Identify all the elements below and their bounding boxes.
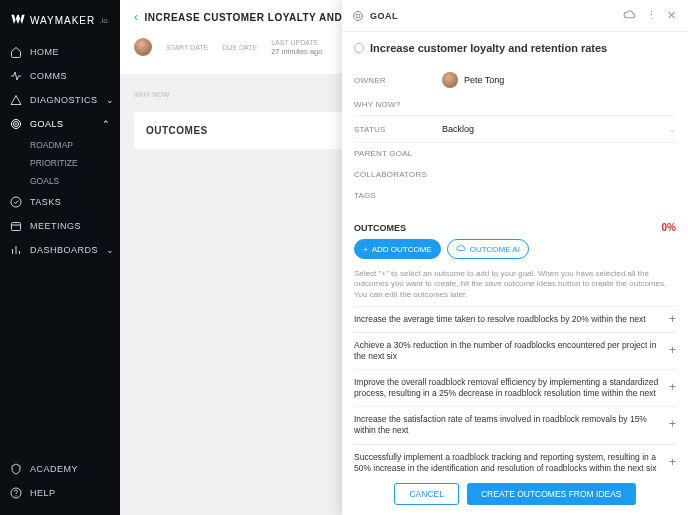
shield-icon <box>10 463 22 475</box>
panel-header-title: GOAL <box>370 11 615 21</box>
nav-home-label: HOME <box>30 47 59 57</box>
cancel-button[interactable]: CANCEL <box>394 483 458 505</box>
owner-row: OWNER Pete Tong <box>354 66 676 94</box>
outcome-suggestion: Improve the overall roadblock removal ef… <box>354 370 676 407</box>
target-icon <box>352 10 364 22</box>
outcomes-heading: OUTCOMES <box>146 125 208 136</box>
check-circle-icon <box>10 196 22 208</box>
brand-suffix: .io <box>99 16 107 25</box>
outcome-text: Improve the overall roadblock removal ef… <box>354 377 658 398</box>
more-icon[interactable]: ⋮ <box>644 9 659 22</box>
collaborators-row[interactable]: COLLABORATORS <box>354 164 676 185</box>
goal-title: Increase customer loyalty and retention … <box>370 42 607 54</box>
tags-row[interactable]: TAGS <box>354 185 676 206</box>
bars-icon <box>10 244 22 256</box>
add-icon[interactable]: + <box>669 418 676 434</box>
outcomes-help-text: Select "+" to select an outcome to add t… <box>354 269 676 300</box>
nav-home[interactable]: HOME <box>0 40 120 64</box>
nav-goals[interactable]: GOALS ⌃ <box>0 112 120 136</box>
avatar <box>134 38 152 56</box>
parent-goal-label: PARENT GOAL <box>354 149 442 158</box>
nav-tasks-label: TASKS <box>30 197 61 207</box>
status-row[interactable]: STATUS Backlog ⌄ <box>354 115 676 143</box>
outcome-text: Successfully implement a roadblock track… <box>354 452 656 473</box>
owner-label: OWNER <box>354 76 442 85</box>
outcome-suggestion: Successfully implement a roadblock track… <box>354 445 676 474</box>
svg-point-11 <box>354 11 363 20</box>
nav-sub-goals[interactable]: GOALS <box>0 172 120 190</box>
outcome-text: Achieve a 30% reduction in the number of… <box>354 340 656 361</box>
status-label: STATUS <box>354 125 442 134</box>
nav-comms[interactable]: COMMS <box>0 64 120 88</box>
nav-diagnostics[interactable]: DIAGNOSTICS ⌄ <box>0 88 120 112</box>
add-outcome-label: ADD OUTCOME <box>372 245 432 254</box>
status-dot-icon <box>354 43 364 53</box>
nav-dashboards[interactable]: DASHBOARDS ⌄ <box>0 238 120 262</box>
add-outcome-button[interactable]: + ADD OUTCOME <box>354 239 441 259</box>
add-icon[interactable]: + <box>669 455 676 471</box>
close-icon[interactable]: ✕ <box>665 9 678 22</box>
outcome-suggestion: Achieve a 30% reduction in the number of… <box>354 333 676 370</box>
calendar-icon <box>10 220 22 232</box>
outcomes-percent: 0% <box>662 222 676 233</box>
nav-academy[interactable]: ACADEMY <box>0 457 120 481</box>
why-now-row[interactable]: WHY NOW? <box>354 94 676 115</box>
pulse-icon <box>10 70 22 82</box>
svg-point-12 <box>356 14 360 18</box>
brand-name: WAYMAKER <box>30 15 95 26</box>
nav-diagnostics-label: DIAGNOSTICS <box>30 95 98 105</box>
panel-header: GOAL ⋮ ✕ <box>342 0 688 32</box>
svg-point-3 <box>11 197 21 207</box>
outcome-suggestion: Increase the average time taken to resol… <box>354 306 676 333</box>
outcome-text: Increase the satisfaction rate of teams … <box>354 414 647 435</box>
add-icon[interactable]: + <box>669 381 676 397</box>
ai-icon <box>456 243 466 255</box>
owner-name: Pete Tong <box>464 75 504 85</box>
chevron-down-icon: ⌄ <box>106 245 115 255</box>
nav-comms-label: COMMS <box>30 71 67 81</box>
nav-academy-label: ACADEMY <box>30 464 78 474</box>
why-now-label: WHY NOW? <box>354 100 442 109</box>
status-value: Backlog <box>442 124 474 134</box>
back-button[interactable]: ‹ <box>134 10 139 24</box>
add-icon[interactable]: + <box>669 312 676 328</box>
outcome-ai-label: OUTCOME AI <box>470 245 520 254</box>
nav-help[interactable]: HELP <box>0 481 120 505</box>
due-date-label: DUE DATE <box>222 44 257 51</box>
cloud-icon[interactable] <box>621 8 638 23</box>
target-icon <box>10 118 22 130</box>
chevron-up-icon: ⌃ <box>102 119 111 129</box>
last-update-value: 27 minutes ago <box>271 47 322 56</box>
nav-dashboards-label: DASHBOARDS <box>30 245 98 255</box>
avatar <box>442 72 458 88</box>
panel-footer: CANCEL CREATE OUTCOMES FROM IDEAS <box>342 473 688 515</box>
outcome-ai-button[interactable]: OUTCOME AI <box>447 239 529 259</box>
nav-tasks[interactable]: TASKS <box>0 190 120 214</box>
nav-meetings[interactable]: MEETINGS <box>0 214 120 238</box>
nav-sub-prioritize[interactable]: PRIORITIZE <box>0 154 120 172</box>
parent-goal-row[interactable]: PARENT GOAL <box>354 143 676 164</box>
tags-label: TAGS <box>354 191 442 200</box>
goal-title-row: Increase customer loyalty and retention … <box>354 42 676 54</box>
home-icon <box>10 46 22 58</box>
outcome-text: Increase the average time taken to resol… <box>354 314 646 324</box>
nav-goals-label: GOALS <box>30 119 64 129</box>
outcome-suggestions-list: Increase the average time taken to resol… <box>354 306 676 473</box>
warning-icon <box>10 94 22 106</box>
nav-meetings-label: MEETINGS <box>30 221 81 231</box>
start-date-label: START DATE <box>166 44 208 51</box>
add-icon[interactable]: + <box>669 343 676 359</box>
brand-mark-icon <box>10 12 26 28</box>
nav-help-label: HELP <box>30 488 56 498</box>
brand-logo: WAYMAKER.io <box>0 8 120 40</box>
svg-point-2 <box>16 124 17 125</box>
help-icon <box>10 487 22 499</box>
outcome-suggestion: Increase the satisfaction rate of teams … <box>354 407 676 444</box>
chevron-down-icon: ⌄ <box>106 95 115 105</box>
last-update-label: LAST UPDATE <box>271 39 322 46</box>
goal-panel: GOAL ⋮ ✕ Increase customer loyalty and r… <box>342 0 688 515</box>
nav-sub-roadmap[interactable]: ROADMAP <box>0 136 120 154</box>
collaborators-label: COLLABORATORS <box>354 170 442 179</box>
create-outcomes-button[interactable]: CREATE OUTCOMES FROM IDEAS <box>467 483 636 505</box>
svg-rect-4 <box>12 223 21 231</box>
